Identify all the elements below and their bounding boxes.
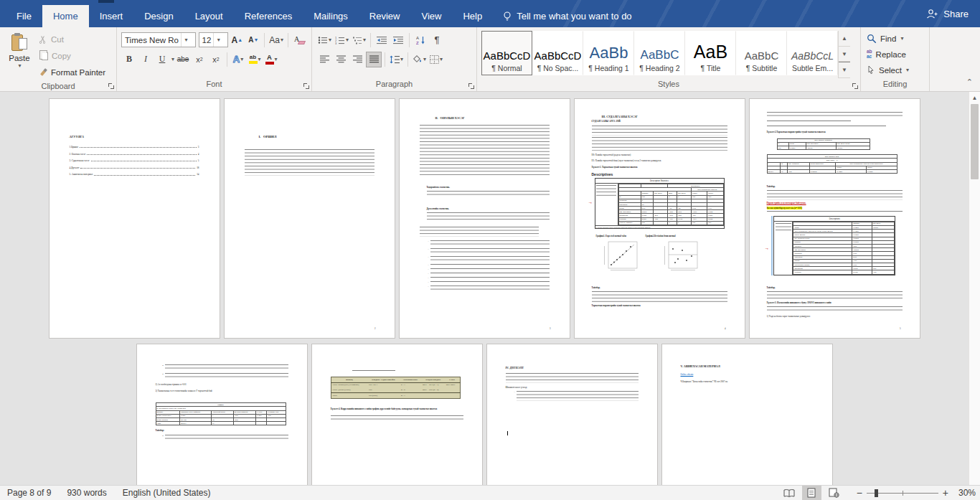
page-3[interactable]: II. ОНОЛЫН ХЭСЭГ Тодорхойлох статистик. … [400,99,570,338]
align-left-button[interactable] [316,52,332,67]
zoom-slider-handle[interactable] [875,489,878,497]
page-7[interactable]: ВариацКвадрат- уудын нийлбэрЧөлөөний зэр… [312,344,482,485]
tab-insert[interactable]: Insert [89,5,134,27]
copy-button[interactable]: Copy [37,48,107,64]
line-spacing-button[interactable]: ▾ [388,52,405,67]
underline-button[interactable]: U [154,52,170,67]
table4-caption: Хүснэгт 4. Коррелацийн шинжилгээ хийж гр… [331,407,463,411]
replace-button[interactable]: abac Replace [865,47,925,62]
detrended-plot-chart [664,240,699,273]
page-8[interactable]: IV. ДҮГНЭЛТ Шинжилгээнээс үзэхэд: · [487,344,657,485]
font-size-combo[interactable]: 12▾ [199,32,229,47]
shrink-font-button[interactable]: A▼ [245,32,261,48]
style-normal[interactable]: AaBbCcD ¶ Normal [481,31,532,75]
page-4[interactable]: III. СУДАЛГААНЫ ХЭСЭГ СУДАЛГААНЫ АРГА ЗҮ… [575,99,745,338]
chart2-caption: График2.Deviation from normal [645,235,675,238]
tab-layout[interactable]: Layout [184,5,234,27]
tab-view[interactable]: View [410,5,452,27]
page-2[interactable]: I. ОРШИЛ 2 [225,99,395,338]
zoom-slider-track[interactable] [867,493,938,494]
find-button[interactable]: Find▾ [865,31,925,46]
highlight-button[interactable]: ab▾ [247,52,263,67]
font-color-button[interactable]: A▾ [263,52,279,67]
page-5[interactable]: Хүснэгт 2.Тархалтын параметрийн тухай та… [750,99,920,338]
subscript-button[interactable]: x2 [192,52,207,67]
table3-caption: Хүснэгт 3. Нөлөөллийн шинжилгээ буюу ANO… [767,301,903,305]
print-layout-button[interactable] [802,486,821,500]
style-heading-2[interactable]: AaBbC ¶ Heading 2 [634,31,685,75]
zoom-slider: − + [857,488,948,498]
paragraph-dialog-launcher[interactable] [468,82,474,89]
strikethrough-button[interactable]: abe [175,52,191,67]
toc-item: 5. Ашигласан материал14 [70,173,199,176]
collapse-ribbon-button[interactable]: ⌃ [966,77,973,87]
align-center-button[interactable] [333,52,349,67]
align-right-button[interactable] [349,52,365,67]
cut-button[interactable]: Cut [37,32,107,47]
page-indicator[interactable]: Page 8 of 9 [7,488,51,498]
text-effects-button[interactable]: A▾ [230,52,246,67]
paste-button[interactable]: Paste ▾ [4,30,34,77]
bullets-button[interactable]: ▾ [316,32,333,48]
tell-me-box[interactable]: Tell me what you want to do [503,5,631,27]
style-title[interactable]: AaB ¶ Title [685,31,736,75]
page-1[interactable]: АГУУЛГА 1.Оршил3 2. Онолын хэсэг4 3. Суд… [50,99,220,338]
styles-gallery-expand[interactable]: ▼ [839,62,850,78]
justify-button[interactable] [366,52,382,67]
zoom-out-button[interactable]: − [857,488,862,498]
tab-mailings[interactable]: Mailings [303,5,359,27]
tab-file[interactable]: File [6,5,42,27]
format-painter-button[interactable]: Format Painter [37,65,107,80]
borders-button[interactable]: ▾ [428,52,444,67]
scrollbar-thumb[interactable] [971,104,979,179]
zoom-in-button[interactable]: + [943,488,948,498]
tab-references[interactable]: References [234,5,303,27]
bold-button[interactable]: B [121,52,137,67]
page-6[interactable]: • • 2) Ач холбогдлын түвшин: α=0.01 3) Т… [137,344,307,485]
reference-line: Ч.Баярмөнх “Бизнесийн статистик” УБ хот … [681,380,814,384]
underline-dropdown[interactable]: ▾ [171,56,174,62]
tab-home[interactable]: Home [42,5,89,27]
font-name-combo[interactable]: Times New Ro▾ [121,32,196,47]
change-case-button[interactable]: Aa▾ [268,32,285,48]
style-no-spacing[interactable]: AaBbCcD ¶ No Spac... [532,31,583,75]
tab-design[interactable]: Design [133,5,184,27]
sort-button[interactable]: AZ [413,32,428,48]
style-heading-1[interactable]: AaBb ¶ Heading 1 [583,31,634,75]
style-subtle-emphasis[interactable]: AaBbCcL Subtle Em... [787,31,838,75]
hyperlink[interactable]: Online.edu.mn [681,373,814,377]
increase-indent-button[interactable] [390,32,406,48]
style-subtitle[interactable]: AaBbC ¶ Subtitle [736,31,787,75]
page-9[interactable]: V. АШИГЛАСАН МАТЕРИАЛ Online.edu.mn Ч.Ба… [662,344,832,485]
decrease-indent-button[interactable] [374,32,390,48]
word-count[interactable]: 930 words [67,488,106,498]
select-button[interactable]: Select▾ [865,62,925,77]
bold-line: Тархалтын параметрийн тухай таамаглал ша… [592,304,727,308]
document-canvas[interactable]: АГУУЛГА 1.Оршил3 2. Онолын хэсэг4 3. Суд… [0,92,969,485]
one-sample-test-table: One-Sample Test Test Value = 0 tdf Sig. … [767,154,897,174]
show-paragraph-marks-button[interactable]: ¶ [429,32,445,48]
tab-review[interactable]: Review [359,5,411,27]
zoom-level[interactable]: 30% [951,488,976,498]
shading-button[interactable]: ▾ [411,52,428,67]
vertical-scrollbar[interactable]: ▲ [969,92,980,485]
tab-help[interactable]: Help [452,5,493,27]
styles-scroll-up[interactable]: ▲ [839,31,850,47]
search-icon [867,34,877,44]
multilevel-list-button[interactable]: ▾ [351,32,367,48]
clear-formatting-button[interactable]: A [291,32,307,48]
italic-button[interactable]: I [138,52,154,67]
scroll-up-arrow[interactable]: ▲ [969,92,980,103]
superscript-button[interactable]: x2 [208,52,224,67]
grow-font-button[interactable]: A▲ [229,32,245,48]
web-layout-button[interactable] [824,486,844,500]
paste-dropdown-arrow[interactable]: ▾ [18,62,21,69]
numbering-button[interactable]: 123▾ [334,32,350,48]
styles-scroll-down[interactable]: ▼ [839,47,850,62]
styles-dialog-launcher[interactable] [852,82,858,89]
share-button[interactable]: Share [926,0,969,27]
clipboard-dialog-launcher[interactable] [108,82,114,89]
language-indicator[interactable]: English (United States) [123,488,211,498]
font-dialog-launcher[interactable] [303,82,309,89]
read-mode-button[interactable] [780,486,799,500]
